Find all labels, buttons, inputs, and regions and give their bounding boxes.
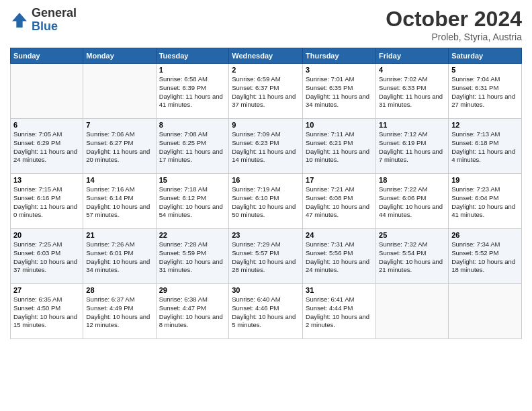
day-number: 16 — [232, 176, 300, 184]
day-header-monday: Monday — [83, 48, 156, 64]
calendar-cell: 14Sunrise: 7:16 AMSunset: 6:14 PMDayligh… — [83, 174, 156, 229]
calendar-cell: 26Sunrise: 7:34 AMSunset: 5:52 PMDayligh… — [449, 229, 522, 284]
day-number: 17 — [306, 176, 373, 184]
day-info: Sunrise: 7:28 AMSunset: 5:59 PMDaylight:… — [159, 240, 226, 275]
day-number: 21 — [86, 231, 152, 239]
calendar-cell: 24Sunrise: 7:31 AMSunset: 5:56 PMDayligh… — [303, 229, 376, 284]
logo: General Blue — [10, 7, 77, 34]
day-info: Sunrise: 7:23 AMSunset: 6:04 PMDaylight:… — [451, 185, 519, 220]
calendar-cell — [11, 64, 83, 119]
day-info: Sunrise: 7:29 AMSunset: 5:57 PMDaylight:… — [232, 240, 300, 275]
calendar-cell: 5Sunrise: 7:04 AMSunset: 6:31 PMDaylight… — [449, 64, 522, 119]
day-number: 8 — [159, 121, 226, 129]
day-number: 26 — [451, 231, 519, 239]
day-info: Sunrise: 7:16 AMSunset: 6:14 PMDaylight:… — [86, 185, 152, 220]
location: Proleb, Styria, Austria — [386, 32, 522, 42]
calendar-cell: 13Sunrise: 7:15 AMSunset: 6:16 PMDayligh… — [11, 174, 83, 229]
month-title: October 2024 — [386, 7, 522, 32]
calendar-cell — [83, 64, 156, 119]
day-info: Sunrise: 7:08 AMSunset: 6:25 PMDaylight:… — [159, 130, 226, 165]
title-block: October 2024 Proleb, Styria, Austria — [386, 7, 522, 42]
calendar-cell: 20Sunrise: 7:25 AMSunset: 6:03 PMDayligh… — [11, 229, 83, 284]
day-number: 24 — [306, 231, 373, 239]
day-info: Sunrise: 7:34 AMSunset: 5:52 PMDaylight:… — [451, 240, 519, 275]
day-number: 12 — [451, 121, 519, 129]
day-number: 19 — [451, 176, 519, 184]
calendar-cell: 23Sunrise: 7:29 AMSunset: 5:57 PMDayligh… — [229, 229, 303, 284]
calendar-cell: 29Sunrise: 6:38 AMSunset: 4:47 PMDayligh… — [156, 284, 229, 339]
day-header-tuesday: Tuesday — [156, 48, 229, 64]
day-number: 2 — [232, 66, 300, 74]
day-header-sunday: Sunday — [11, 48, 83, 64]
day-info: Sunrise: 6:40 AMSunset: 4:46 PMDaylight:… — [232, 295, 300, 330]
calendar-cell: 6Sunrise: 7:05 AMSunset: 6:29 PMDaylight… — [11, 119, 83, 174]
day-number: 25 — [379, 231, 445, 239]
logo-text: General Blue — [32, 7, 77, 34]
day-info: Sunrise: 7:21 AMSunset: 6:08 PMDaylight:… — [306, 185, 373, 220]
calendar-cell — [449, 284, 522, 339]
day-number: 31 — [306, 286, 373, 294]
logo-general: General — [32, 6, 77, 19]
day-info: Sunrise: 7:15 AMSunset: 6:16 PMDaylight:… — [13, 185, 80, 220]
day-info: Sunrise: 7:19 AMSunset: 6:10 PMDaylight:… — [232, 185, 300, 220]
calendar-cell: 1Sunrise: 6:58 AMSunset: 6:39 PMDaylight… — [156, 64, 229, 119]
day-number: 28 — [86, 286, 152, 294]
calendar-cell: 3Sunrise: 7:01 AMSunset: 6:35 PMDaylight… — [303, 64, 376, 119]
day-number: 3 — [306, 66, 373, 74]
page: General Blue October 2024 Proleb, Styria… — [0, 0, 532, 346]
logo-blue: Blue — [32, 19, 58, 33]
day-number: 1 — [159, 66, 226, 74]
calendar-cell: 21Sunrise: 7:26 AMSunset: 6:01 PMDayligh… — [83, 229, 156, 284]
day-number: 11 — [379, 121, 445, 129]
calendar: SundayMondayTuesdayWednesdayThursdayFrid… — [10, 48, 522, 339]
day-info: Sunrise: 7:01 AMSunset: 6:35 PMDaylight:… — [306, 75, 373, 109]
day-header-saturday: Saturday — [449, 48, 522, 64]
day-info: Sunrise: 7:18 AMSunset: 6:12 PMDaylight:… — [159, 185, 226, 220]
day-number: 20 — [13, 231, 80, 239]
calendar-cell: 12Sunrise: 7:13 AMSunset: 6:18 PMDayligh… — [449, 119, 522, 174]
day-info: Sunrise: 7:06 AMSunset: 6:27 PMDaylight:… — [86, 130, 152, 165]
day-number: 9 — [232, 121, 300, 129]
calendar-cell: 4Sunrise: 7:02 AMSunset: 6:33 PMDaylight… — [376, 64, 449, 119]
day-number: 10 — [306, 121, 373, 129]
calendar-cell — [376, 284, 449, 339]
calendar-cell: 25Sunrise: 7:32 AMSunset: 5:54 PMDayligh… — [376, 229, 449, 284]
day-info: Sunrise: 7:31 AMSunset: 5:56 PMDaylight:… — [306, 240, 373, 275]
day-info: Sunrise: 7:05 AMSunset: 6:29 PMDaylight:… — [13, 130, 80, 165]
calendar-cell: 31Sunrise: 6:41 AMSunset: 4:44 PMDayligh… — [303, 284, 376, 339]
day-number: 18 — [379, 176, 445, 184]
calendar-cell: 28Sunrise: 6:37 AMSunset: 4:49 PMDayligh… — [83, 284, 156, 339]
day-number: 22 — [159, 231, 226, 239]
calendar-cell: 18Sunrise: 7:22 AMSunset: 6:06 PMDayligh… — [376, 174, 449, 229]
day-info: Sunrise: 6:59 AMSunset: 6:37 PMDaylight:… — [232, 75, 300, 109]
day-info: Sunrise: 7:04 AMSunset: 6:31 PMDaylight:… — [451, 75, 519, 109]
day-number: 4 — [379, 66, 445, 74]
day-info: Sunrise: 7:13 AMSunset: 6:18 PMDaylight:… — [451, 130, 519, 165]
day-info: Sunrise: 7:12 AMSunset: 6:19 PMDaylight:… — [379, 130, 445, 165]
calendar-cell: 30Sunrise: 6:40 AMSunset: 4:46 PMDayligh… — [229, 284, 303, 339]
day-info: Sunrise: 7:22 AMSunset: 6:06 PMDaylight:… — [379, 185, 445, 220]
day-number: 23 — [232, 231, 300, 239]
calendar-cell: 17Sunrise: 7:21 AMSunset: 6:08 PMDayligh… — [303, 174, 376, 229]
day-number: 27 — [13, 286, 80, 294]
header: General Blue October 2024 Proleb, Styria… — [10, 7, 522, 42]
calendar-cell: 15Sunrise: 7:18 AMSunset: 6:12 PMDayligh… — [156, 174, 229, 229]
calendar-cell: 27Sunrise: 6:35 AMSunset: 4:50 PMDayligh… — [11, 284, 83, 339]
calendar-cell: 9Sunrise: 7:09 AMSunset: 6:23 PMDaylight… — [229, 119, 303, 174]
day-info: Sunrise: 6:35 AMSunset: 4:50 PMDaylight:… — [13, 295, 80, 330]
day-info: Sunrise: 6:41 AMSunset: 4:44 PMDaylight:… — [306, 295, 373, 330]
calendar-cell: 7Sunrise: 7:06 AMSunset: 6:27 PMDaylight… — [83, 119, 156, 174]
day-header-thursday: Thursday — [303, 48, 376, 64]
calendar-cell: 11Sunrise: 7:12 AMSunset: 6:19 PMDayligh… — [376, 119, 449, 174]
day-info: Sunrise: 6:37 AMSunset: 4:49 PMDaylight:… — [86, 295, 152, 330]
day-number: 13 — [13, 176, 80, 184]
day-info: Sunrise: 7:09 AMSunset: 6:23 PMDaylight:… — [232, 130, 300, 165]
day-header-friday: Friday — [376, 48, 449, 64]
calendar-cell: 16Sunrise: 7:19 AMSunset: 6:10 PMDayligh… — [229, 174, 303, 229]
day-info: Sunrise: 7:25 AMSunset: 6:03 PMDaylight:… — [13, 240, 80, 275]
svg-marker-1 — [12, 13, 27, 28]
day-info: Sunrise: 7:02 AMSunset: 6:33 PMDaylight:… — [379, 75, 445, 109]
day-info: Sunrise: 6:38 AMSunset: 4:47 PMDaylight:… — [159, 295, 226, 330]
day-info: Sunrise: 7:32 AMSunset: 5:54 PMDaylight:… — [379, 240, 445, 275]
day-header-wednesday: Wednesday — [229, 48, 303, 64]
